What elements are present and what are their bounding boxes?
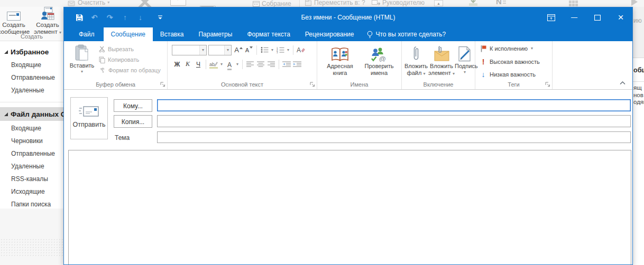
folder-item-deleted2[interactable]: Удаленные — [0, 160, 63, 173]
basic-text-dialog-launcher[interactable] — [310, 82, 315, 87]
delete-x-icon — [135, 0, 154, 7]
message-body[interactable] — [68, 150, 631, 265]
copy-button[interactable]: Копировать — [99, 54, 161, 65]
high-importance-button[interactable]: ! Высокая важность — [480, 58, 540, 66]
grow-font-button[interactable]: А — [233, 44, 244, 55]
maximize-button[interactable] — [586, 7, 609, 27]
save-button[interactable] — [75, 13, 83, 22]
folder-item-outbox[interactable]: Исходящие — [0, 185, 63, 198]
to-manager-label: Руководителю — [382, 0, 425, 6]
to-manager-button[interactable]: Руководителю — [372, 0, 425, 6]
check-names-button[interactable]: @ Проверить имена — [361, 44, 398, 77]
message-header-form: Отправить Кому... Копия... Тема — [64, 90, 632, 150]
follow-up-button[interactable]: К исполнению ▾ — [480, 45, 533, 52]
tell-me-box[interactable]: Что вы хотите сделать? — [362, 27, 452, 41]
low-importance-button[interactable]: ↓ Низкая важность — [480, 70, 536, 79]
paste-icon — [67, 43, 97, 62]
cc-button[interactable]: Копия... — [114, 115, 152, 128]
folder-item-sent[interactable]: Отправленные — [0, 71, 63, 84]
customize-qat-icon — [158, 15, 163, 20]
bold-button[interactable]: Ж — [172, 59, 182, 70]
decrease-indent-button[interactable] — [281, 59, 292, 70]
numbering-dropdown[interactable]: ▾ — [286, 44, 291, 55]
new-item-button[interactable]: Создать элемент ▾ — [32, 7, 63, 35]
folder-item-inbox2[interactable]: Входящие — [0, 122, 63, 135]
collapse-ribbon-button[interactable] — [619, 81, 626, 85]
clear-label: Очистить — [78, 0, 105, 6]
delete-button[interactable] — [135, 0, 154, 7]
minimize-button[interactable]: — — [563, 7, 586, 27]
group-clipboard: Вставить ▾ Вырезать Копировать Формат по… — [64, 41, 168, 89]
close-button[interactable]: × — [609, 7, 632, 27]
to-button[interactable]: Кому... — [114, 99, 152, 112]
folder-item-sent2[interactable]: Отправленные — [0, 147, 63, 160]
undo-button[interactable]: ↶ — [90, 13, 98, 22]
align-right-button[interactable] — [266, 59, 277, 70]
tab-insert[interactable]: Вставка — [153, 27, 191, 41]
shrink-font-button[interactable]: А — [244, 44, 254, 55]
paste-button[interactable]: Вставить ▾ — [67, 43, 97, 79]
svg-text:А: А — [297, 46, 301, 54]
redo-button[interactable]: ↷ — [106, 13, 114, 22]
highlight-dropdown[interactable]: ▾ — [219, 59, 224, 70]
italic-button[interactable]: К — [182, 59, 193, 70]
gallery-scroll-up-button[interactable]: ▲ — [434, 0, 443, 6]
cut-button[interactable]: Вырезать — [99, 44, 161, 54]
tab-message[interactable]: Сообщение — [104, 27, 153, 41]
font-size-combo[interactable]: ▾ — [208, 45, 232, 55]
increase-indent-button[interactable] — [292, 59, 302, 70]
meeting-button[interactable]: Собрание — [253, 0, 291, 7]
folder-item-inbox[interactable]: Входящие — [0, 59, 63, 71]
new-item-icon — [32, 7, 63, 21]
mark-read-icon[interactable] — [467, 0, 479, 6]
bullets-dropdown[interactable]: ▾ — [270, 44, 275, 55]
apps-grid-icon[interactable] — [569, 0, 578, 6]
folder-item-drafts[interactable]: Черновики — [0, 135, 63, 147]
font-color-button[interactable]: А — [224, 59, 235, 70]
tab-options[interactable]: Параметры — [191, 27, 240, 41]
font-color-dropdown[interactable]: ▾ — [235, 59, 240, 70]
tags-dialog-launcher[interactable] — [545, 82, 550, 87]
move-up-button[interactable]: ↑ — [121, 13, 129, 22]
format-painter-button[interactable]: Формат по образцу — [99, 65, 161, 75]
font-name-combo[interactable]: ▾ — [172, 45, 207, 55]
clipboard-dialog-launcher[interactable] — [160, 82, 165, 87]
folder-item-rss[interactable]: RSS-каналы — [0, 173, 63, 185]
flag-play-icon[interactable] — [630, 0, 639, 7]
ribbon: Вставить ▾ Вырезать Копировать Формат по… — [64, 41, 632, 90]
attach-item-button[interactable]: Вложить элемент ▾ — [428, 44, 455, 77]
align-center-button[interactable] — [255, 59, 266, 70]
to-manager-icon — [372, 0, 380, 6]
attach-file-button[interactable]: Вложить файл ▾ — [404, 44, 428, 77]
to-input[interactable] — [157, 99, 631, 111]
highlight-button[interactable]: ab — [208, 59, 219, 70]
clear-formatting-button[interactable]: А — [296, 44, 306, 55]
cc-input[interactable] — [157, 115, 631, 127]
reply-icon[interactable] — [170, 0, 186, 6]
underline-button[interactable]: Ч — [193, 59, 204, 70]
meeting-icon — [253, 1, 260, 7]
background-right-sliver: ию общ ящ нов одящ — [633, 7, 644, 265]
data-file-header[interactable]: Файл данных O — [0, 107, 63, 121]
paste-label: Вставить — [67, 62, 97, 69]
address-book-button[interactable]: Адресная книга — [321, 44, 358, 77]
onenote-icon[interactable]: N — [496, 0, 507, 6]
ribbon-display-options-button[interactable] — [539, 7, 563, 27]
numbering-button[interactable]: 123 — [275, 44, 286, 55]
subject-input[interactable] — [157, 131, 631, 143]
send-button[interactable]: Отправить — [70, 97, 108, 139]
move-down-button[interactable]: ↓ — [136, 13, 144, 22]
favorites-header[interactable]: Избранное — [0, 45, 63, 59]
titlebar: ↶ ↷ ↑ ↓ Без имени - Сообщение (HTML) — × — [64, 7, 632, 27]
bullets-button[interactable] — [259, 44, 270, 55]
folder-item-deleted[interactable]: Удаленные — [0, 84, 63, 97]
align-left-button[interactable] — [245, 59, 255, 70]
tab-format-text[interactable]: Формат текста — [240, 27, 297, 41]
customize-qat-button[interactable] — [156, 13, 164, 22]
tab-file[interactable]: Файл — [70, 27, 104, 41]
signature-button[interactable]: Подпись ▾ — [455, 44, 475, 74]
clear-button[interactable]: Очистить ▾ — [68, 0, 109, 6]
move-to-button[interactable]: Переместить в: ? — [305, 0, 365, 6]
new-message-button[interactable]: Создать сообщение — [0, 7, 32, 35]
tab-review[interactable]: Рецензирование — [298, 27, 362, 41]
